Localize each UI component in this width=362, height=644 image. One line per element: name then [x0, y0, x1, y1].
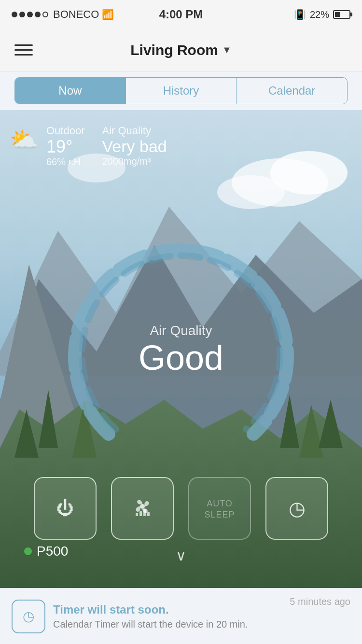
svg-rect-20	[143, 509, 146, 516]
tab-calendar[interactable]: Calendar	[237, 78, 347, 104]
fan-icon	[132, 496, 153, 521]
auto-sleep-label: AUTOSLEEP	[204, 498, 235, 521]
outdoor-air-quality: Air Quality Very bad 2000mg/m³	[102, 125, 167, 167]
nav-title[interactable]: Living Room ▼	[130, 42, 231, 58]
outdoor-humidity: 66% r.H	[46, 156, 85, 168]
signal-dot-4	[35, 12, 41, 17]
notification-bar[interactable]: ◷ Timer will start soon. Calendar Timer …	[0, 588, 362, 644]
room-name: Living Room	[130, 42, 218, 58]
aq-label-center: Air Quality	[139, 323, 223, 338]
signal-dot-3	[27, 12, 33, 17]
tab-history[interactable]: History	[126, 78, 237, 104]
svg-point-17	[140, 504, 145, 509]
status-time: 4:00 PM	[159, 8, 203, 21]
battery-fill	[335, 12, 340, 17]
status-left: BONECO 📶	[12, 8, 114, 21]
outdoor-details: Outdoor 19° 66% r.H	[46, 125, 85, 168]
timer-button[interactable]: ◷	[265, 477, 328, 540]
svg-rect-21	[147, 512, 150, 516]
timer-icon: ◷	[289, 499, 306, 518]
signal-dot-1	[12, 12, 17, 17]
outdoor-temp: 19°	[46, 137, 85, 156]
bottom-controls: ⏻ AUTOSLEEP ◷	[0, 477, 362, 540]
notification-icon: ◷	[23, 608, 34, 624]
signal-dots	[12, 12, 48, 17]
status-bar: BONECO 📶 4:00 PM 📳 22%	[0, 0, 362, 29]
notification-description: Calendar Timer will start the device in …	[53, 618, 282, 630]
notification-title: Timer will start soon.	[53, 602, 282, 617]
outdoor-label: Outdoor	[46, 125, 85, 137]
svg-point-3	[217, 175, 285, 209]
tab-bar: Now History Calendar	[0, 71, 362, 110]
tab-now[interactable]: Now	[15, 78, 126, 104]
hamburger-menu[interactable]	[14, 44, 33, 56]
carrier-name: BONECO	[53, 8, 99, 21]
svg-rect-19	[139, 511, 142, 516]
bluetooth-icon: 📳	[294, 9, 306, 20]
signal-dot-2	[19, 12, 25, 17]
nav-bar: Living Room ▼	[0, 29, 362, 71]
fan-button[interactable]	[111, 477, 174, 540]
signal-dot-5	[42, 12, 48, 17]
aq-value-center: Good	[139, 340, 223, 375]
svg-rect-18	[136, 513, 138, 516]
notification-time: 5 minutes ago	[290, 596, 350, 607]
center-text: Air Quality Good	[139, 323, 223, 375]
power-button[interactable]: ⏻	[34, 477, 97, 540]
hamburger-line-1	[14, 44, 33, 46]
device-label: P500	[24, 544, 68, 559]
battery-percent: 22%	[310, 9, 329, 20]
outdoor-aq-label: Air Quality	[102, 125, 167, 137]
outdoor-info: ⛅ Outdoor 19° 66% r.H Air Quality Very b…	[10, 125, 167, 168]
outdoor-aq-value: Very bad	[102, 137, 167, 156]
tab-container: Now History Calendar	[14, 77, 348, 104]
status-right: 📳 22%	[294, 9, 350, 20]
dropdown-arrow: ▼	[222, 44, 232, 56]
main-content: ⛅ Outdoor 19° 66% r.H Air Quality Very b…	[0, 110, 362, 588]
device-name: P500	[37, 544, 68, 559]
notification-icon-wrap: ◷	[12, 600, 45, 633]
power-icon: ⏻	[56, 500, 74, 517]
notification-content: Timer will start soon. Calendar Timer wi…	[53, 602, 282, 630]
weather-icon: ⛅	[10, 126, 39, 154]
hamburger-line-3	[14, 54, 33, 56]
chevron-down-icon[interactable]: ∨	[176, 547, 186, 564]
battery-icon	[333, 10, 350, 19]
hamburger-line-2	[14, 49, 33, 51]
device-status-dot	[24, 547, 32, 555]
outdoor-aq-measure: 2000mg/m³	[102, 156, 167, 167]
auto-sleep-button[interactable]: AUTOSLEEP	[188, 477, 251, 540]
wifi-icon: 📶	[102, 9, 114, 20]
